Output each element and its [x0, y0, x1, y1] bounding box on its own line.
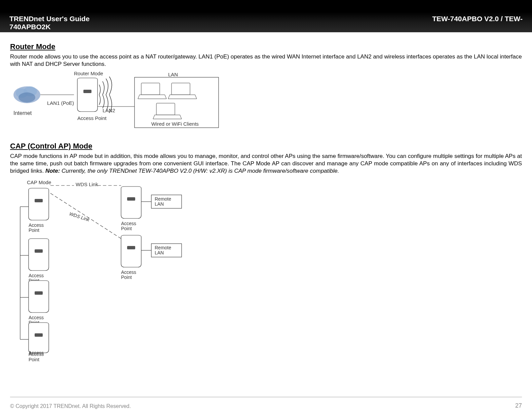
footer: © Copyright 2017 TRENDnet. All Rights Re…: [10, 402, 522, 409]
svg-text:Point: Point: [121, 275, 132, 280]
svg-text:Access: Access: [29, 222, 44, 228]
document-header: TRENDnet User's Guide 740APBO2K TEW-740A…: [0, 12, 532, 32]
top-black-bar: [0, 0, 532, 12]
svg-text:Access: Access: [29, 315, 44, 320]
svg-text:Wired or WiFi Clients: Wired or WiFi Clients: [151, 121, 199, 127]
svg-rect-34: [35, 291, 43, 295]
svg-rect-14: [172, 83, 190, 95]
router-mode-diagram: Internet LAN1 (PoE) Router Mode Access P…: [10, 71, 522, 132]
guide-title-line2: 740APBO2K: [9, 23, 89, 31]
svg-text:CAP Mode: CAP Mode: [27, 179, 51, 185]
svg-rect-31: [35, 249, 43, 253]
svg-text:WDS Link: WDS Link: [76, 181, 98, 187]
svg-text:Access Point: Access Point: [77, 115, 107, 121]
svg-text:LAN2: LAN2: [103, 108, 115, 113]
svg-rect-48: [127, 246, 135, 249]
svg-text:LAN: LAN: [155, 201, 164, 207]
copyright-text: © Copyright 2017 TRENDnet. All Rights Re…: [10, 403, 131, 409]
main-content: Router Mode Router mode allows you to us…: [0, 32, 532, 376]
svg-text:Access: Access: [29, 273, 44, 278]
cap-mode-diagram: CAP Mode WDS Link WDS Link Access Point: [10, 178, 522, 362]
svg-text:LAN1 (PoE): LAN1 (PoE): [47, 100, 74, 106]
svg-text:Access: Access: [121, 270, 136, 275]
svg-rect-7: [83, 90, 91, 93]
svg-rect-41: [127, 197, 135, 201]
svg-rect-23: [35, 199, 43, 202]
svg-rect-13: [141, 83, 160, 95]
footer-rule: [10, 397, 522, 397]
svg-rect-37: [35, 333, 43, 337]
svg-text:Access: Access: [121, 221, 136, 226]
cap-mode-title: CAP (Control AP) Mode: [10, 142, 522, 151]
svg-text:LAN: LAN: [155, 250, 164, 255]
guide-title: TRENDnet User's Guide 740APBO2K: [9, 15, 89, 31]
internet-label: Internet: [13, 110, 32, 116]
svg-text:Remote: Remote: [155, 245, 171, 250]
router-mode-title: Router Mode: [10, 42, 522, 51]
model-name: TEW-740APBO V2.0 / TEW-: [432, 15, 523, 23]
svg-rect-15: [156, 103, 175, 115]
svg-point-3: [18, 92, 35, 102]
svg-text:LAN: LAN: [168, 72, 178, 77]
cap-mode-body: CAP mode functions in AP mode but in add…: [10, 153, 522, 175]
guide-title-line1: TRENDnet User's Guide: [9, 15, 89, 23]
page-number: 27: [515, 402, 522, 409]
svg-text:Point: Point: [121, 226, 132, 231]
svg-text:Router Mode: Router Mode: [74, 71, 103, 76]
svg-text:Point: Point: [29, 227, 39, 233]
svg-text:Remote: Remote: [155, 196, 171, 202]
router-mode-body: Router mode allows you to use the access…: [10, 53, 522, 68]
